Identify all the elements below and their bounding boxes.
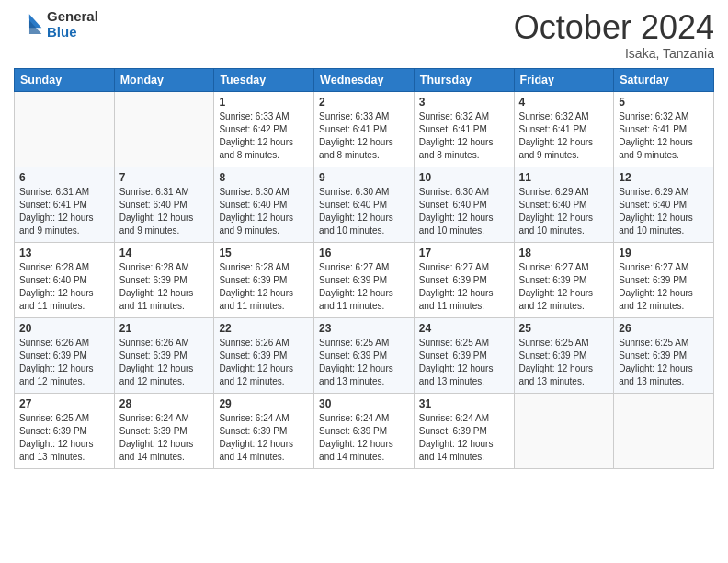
header: General Blue October 2024 Isaka, Tanzani…: [14, 9, 714, 61]
day-info: Sunrise: 6:29 AM Sunset: 6:40 PM Dayligh…: [619, 186, 709, 237]
header-saturday: Saturday: [614, 68, 714, 91]
day-info: Sunrise: 6:31 AM Sunset: 6:41 PM Dayligh…: [19, 186, 109, 237]
day-number: 5: [619, 96, 709, 109]
day-info: Sunrise: 6:32 AM Sunset: 6:41 PM Dayligh…: [419, 110, 509, 162]
calendar-cell: 19Sunrise: 6:27 AM Sunset: 6:39 PM Dayli…: [614, 242, 714, 317]
day-number: 3: [419, 96, 509, 109]
day-info: Sunrise: 6:30 AM Sunset: 6:40 PM Dayligh…: [219, 186, 309, 237]
calendar-cell: 24Sunrise: 6:25 AM Sunset: 6:39 PM Dayli…: [414, 317, 514, 393]
day-info: Sunrise: 6:32 AM Sunset: 6:41 PM Dayligh…: [619, 110, 709, 162]
calendar-cell: 10Sunrise: 6:30 AM Sunset: 6:40 PM Dayli…: [414, 167, 514, 242]
title-block: October 2024 Isaka, Tanzania: [514, 9, 714, 61]
calendar-cell: 7Sunrise: 6:31 AM Sunset: 6:40 PM Daylig…: [114, 167, 214, 242]
calendar-cell: 6Sunrise: 6:31 AM Sunset: 6:41 PM Daylig…: [15, 167, 115, 242]
calendar-cell: [614, 393, 714, 468]
day-info: Sunrise: 6:24 AM Sunset: 6:39 PM Dayligh…: [219, 412, 309, 464]
day-info: Sunrise: 6:33 AM Sunset: 6:41 PM Dayligh…: [319, 110, 409, 162]
day-number: 14: [119, 247, 210, 259]
calendar-cell: 5Sunrise: 6:32 AM Sunset: 6:41 PM Daylig…: [614, 91, 714, 167]
calendar-week-2: 6Sunrise: 6:31 AM Sunset: 6:41 PM Daylig…: [15, 167, 714, 242]
day-info: Sunrise: 6:28 AM Sunset: 6:40 PM Dayligh…: [19, 261, 109, 313]
logo-text: General Blue: [47, 9, 98, 40]
day-number: 13: [19, 247, 109, 259]
svg-rect-2: [16, 18, 29, 34]
calendar-cell: 31Sunrise: 6:24 AM Sunset: 6:39 PM Dayli…: [414, 393, 514, 468]
day-info: Sunrise: 6:25 AM Sunset: 6:39 PM Dayligh…: [319, 337, 409, 388]
day-info: Sunrise: 6:24 AM Sunset: 6:39 PM Dayligh…: [319, 412, 409, 464]
calendar-cell: 1Sunrise: 6:33 AM Sunset: 6:42 PM Daylig…: [214, 91, 314, 167]
calendar-cell: 23Sunrise: 6:25 AM Sunset: 6:39 PM Dayli…: [314, 317, 415, 393]
header-friday: Friday: [514, 68, 614, 91]
day-number: 20: [19, 322, 109, 335]
day-info: Sunrise: 6:24 AM Sunset: 6:39 PM Dayligh…: [419, 412, 509, 464]
calendar-header-row: SundayMondayTuesdayWednesdayThursdayFrid…: [15, 68, 714, 91]
day-number: 18: [519, 247, 609, 259]
calendar-cell: 9Sunrise: 6:30 AM Sunset: 6:40 PM Daylig…: [314, 167, 415, 242]
calendar-cell: 30Sunrise: 6:24 AM Sunset: 6:39 PM Dayli…: [314, 393, 415, 468]
day-number: 27: [19, 397, 109, 410]
header-sunday: Sunday: [15, 68, 115, 91]
calendar-cell: 15Sunrise: 6:28 AM Sunset: 6:39 PM Dayli…: [214, 242, 314, 317]
day-number: 31: [419, 397, 509, 410]
calendar-cell: 2Sunrise: 6:33 AM Sunset: 6:41 PM Daylig…: [314, 91, 415, 167]
calendar-cell: 20Sunrise: 6:26 AM Sunset: 6:39 PM Dayli…: [15, 317, 115, 393]
calendar-cell: 16Sunrise: 6:27 AM Sunset: 6:39 PM Dayli…: [314, 242, 415, 317]
calendar-cell: 14Sunrise: 6:28 AM Sunset: 6:39 PM Dayli…: [114, 242, 214, 317]
day-number: 29: [219, 397, 309, 410]
day-number: 7: [119, 171, 210, 184]
logo-icon: [14, 12, 43, 38]
calendar-week-1: 1Sunrise: 6:33 AM Sunset: 6:42 PM Daylig…: [15, 91, 714, 167]
calendar-cell: 21Sunrise: 6:26 AM Sunset: 6:39 PM Dayli…: [114, 317, 214, 393]
calendar-cell: 27Sunrise: 6:25 AM Sunset: 6:39 PM Dayli…: [15, 393, 115, 468]
calendar-cell: 29Sunrise: 6:24 AM Sunset: 6:39 PM Dayli…: [214, 393, 314, 468]
day-number: 26: [619, 322, 709, 335]
day-number: 4: [519, 96, 609, 109]
calendar-cell: 26Sunrise: 6:25 AM Sunset: 6:39 PM Dayli…: [614, 317, 714, 393]
day-info: Sunrise: 6:32 AM Sunset: 6:41 PM Dayligh…: [519, 110, 609, 162]
calendar-week-5: 27Sunrise: 6:25 AM Sunset: 6:39 PM Dayli…: [15, 393, 714, 468]
day-info: Sunrise: 6:27 AM Sunset: 6:39 PM Dayligh…: [319, 261, 409, 313]
header-wednesday: Wednesday: [314, 68, 415, 91]
calendar-cell: 22Sunrise: 6:26 AM Sunset: 6:39 PM Dayli…: [214, 317, 314, 393]
day-info: Sunrise: 6:33 AM Sunset: 6:42 PM Dayligh…: [219, 110, 309, 162]
page: General Blue October 2024 Isaka, Tanzani…: [0, 0, 728, 563]
calendar-week-3: 13Sunrise: 6:28 AM Sunset: 6:40 PM Dayli…: [15, 242, 714, 317]
day-number: 19: [619, 247, 709, 259]
day-info: Sunrise: 6:28 AM Sunset: 6:39 PM Dayligh…: [219, 261, 309, 313]
day-info: Sunrise: 6:26 AM Sunset: 6:39 PM Dayligh…: [219, 337, 309, 388]
header-tuesday: Tuesday: [214, 68, 314, 91]
location-subtitle: Isaka, Tanzania: [514, 46, 714, 61]
day-info: Sunrise: 6:25 AM Sunset: 6:39 PM Dayligh…: [619, 337, 709, 388]
day-number: 12: [619, 171, 709, 184]
calendar-cell: 8Sunrise: 6:30 AM Sunset: 6:40 PM Daylig…: [214, 167, 314, 242]
day-number: 21: [119, 322, 210, 335]
day-number: 10: [419, 171, 509, 184]
day-info: Sunrise: 6:25 AM Sunset: 6:39 PM Dayligh…: [519, 337, 609, 388]
calendar-cell: 12Sunrise: 6:29 AM Sunset: 6:40 PM Dayli…: [614, 167, 714, 242]
month-title: October 2024: [514, 9, 714, 46]
day-info: Sunrise: 6:31 AM Sunset: 6:40 PM Dayligh…: [119, 186, 210, 237]
calendar-cell: [15, 91, 115, 167]
day-number: 17: [419, 247, 509, 259]
calendar-cell: 17Sunrise: 6:27 AM Sunset: 6:39 PM Dayli…: [414, 242, 514, 317]
day-info: Sunrise: 6:26 AM Sunset: 6:39 PM Dayligh…: [119, 337, 210, 388]
day-number: 11: [519, 171, 609, 184]
header-monday: Monday: [114, 68, 214, 91]
day-number: 15: [219, 247, 309, 259]
day-info: Sunrise: 6:30 AM Sunset: 6:40 PM Dayligh…: [319, 186, 409, 237]
day-number: 24: [419, 322, 509, 335]
day-info: Sunrise: 6:25 AM Sunset: 6:39 PM Dayligh…: [419, 337, 509, 388]
day-info: Sunrise: 6:27 AM Sunset: 6:39 PM Dayligh…: [519, 261, 609, 313]
day-number: 30: [319, 397, 409, 410]
day-number: 16: [319, 247, 409, 259]
logo-general-text: General: [47, 9, 98, 25]
day-number: 25: [519, 322, 609, 335]
day-info: Sunrise: 6:28 AM Sunset: 6:39 PM Dayligh…: [119, 261, 210, 313]
calendar-cell: 13Sunrise: 6:28 AM Sunset: 6:40 PM Dayli…: [15, 242, 115, 317]
calendar-cell: 28Sunrise: 6:24 AM Sunset: 6:39 PM Dayli…: [114, 393, 214, 468]
day-info: Sunrise: 6:30 AM Sunset: 6:40 PM Dayligh…: [419, 186, 509, 237]
calendar-table: SundayMondayTuesdayWednesdayThursdayFrid…: [14, 68, 714, 469]
day-number: 28: [119, 397, 210, 410]
day-number: 8: [219, 171, 309, 184]
calendar-week-4: 20Sunrise: 6:26 AM Sunset: 6:39 PM Dayli…: [15, 317, 714, 393]
